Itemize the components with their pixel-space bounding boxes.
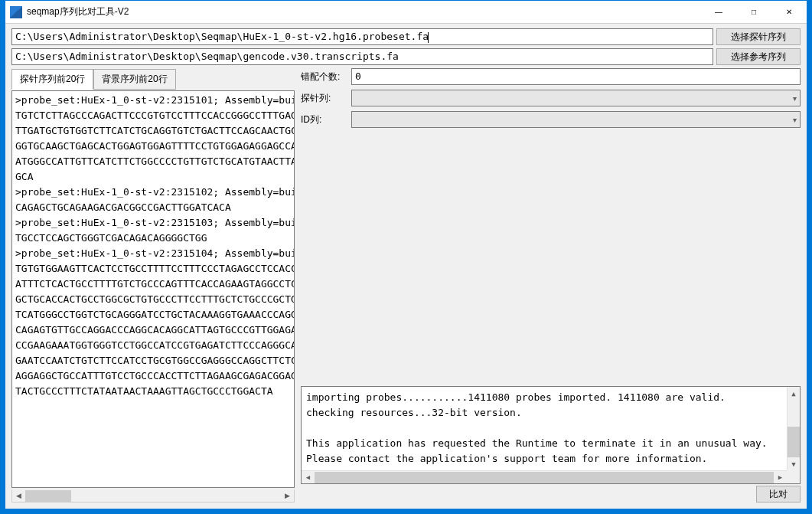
client-area: C:\Users\Administrator\Desktop\Seqmap\Hu… <box>5 24 807 509</box>
scroll-up-icon[interactable]: ▲ <box>788 387 800 400</box>
log-textarea[interactable]: importing probes...........1411080 probe… <box>301 386 801 484</box>
preview-line: CAGAGTGTTGCCAGGACCCAGGCACAGGCATTAGTGCCCG… <box>15 322 294 338</box>
minimize-button[interactable]: — <box>701 1 736 24</box>
app-window: seqmap序列比对工具-V2 — □ ✕ C:\Users\Administr… <box>5 0 807 509</box>
ref-path-input[interactable]: C:\Users\Administrator\Desktop\Seqmap\ge… <box>11 48 713 65</box>
scroll-left-icon[interactable]: ◀ <box>12 490 25 502</box>
chevron-down-icon: ▾ <box>793 116 797 124</box>
scroll-left-icon[interactable]: ◀ <box>302 472 315 483</box>
preview-line: TCATGGGCCTGGTCTGCAGGGATCCTGCTACAAAGGTGAA… <box>15 307 294 322</box>
preview-line: >probe_set:HuEx-1_0-st-v2:2315104; Assem… <box>15 246 294 261</box>
close-button[interactable]: ✕ <box>771 1 807 24</box>
preview-line: >probe_set:HuEx-1_0-st-v2:2315101; Assem… <box>15 93 294 108</box>
preview-line: TACTGCCCTTTCTATAATAACTAAAGTTAGCTGCCCTGGA… <box>15 384 294 399</box>
select-ref-button[interactable]: 选择参考序列 <box>716 48 801 65</box>
vscroll-thumb[interactable] <box>788 427 800 457</box>
log-line: checking resources...32-bit version. <box>306 405 795 421</box>
preview-line: GCA <box>15 169 294 185</box>
app-icon <box>10 6 22 18</box>
preview-line: AGGAGGCTGCCATTTGTCCTGCCCACCTTCTTAGAAGCGA… <box>15 368 294 384</box>
preview-line: GAATCCAATCTGTCTTCCATCCTGCGTGGCCGAGGGCCAG… <box>15 353 294 368</box>
probe-preview-textarea[interactable]: >probe_set:HuEx-1_0-st-v2:2315101; Assem… <box>11 90 295 488</box>
mismatch-input[interactable]: 0 <box>351 68 801 85</box>
titlebar[interactable]: seqmap序列比对工具-V2 — □ ✕ <box>5 1 807 24</box>
preview-line: ATGGGCCATTGTTCATCTTCTGGCCCCTGTTGTCTGCATG… <box>15 154 294 169</box>
tab-bg-20[interactable]: 背景序列前20行 <box>93 69 175 90</box>
select-probe-button[interactable]: 选择探针序列 <box>716 28 801 45</box>
probe-path-input[interactable]: C:\Users\Administrator\Desktop\Seqmap\Hu… <box>11 28 713 45</box>
log-line: Please contact the application's support… <box>306 451 795 467</box>
preview-line: TGTGTGGAAGTTCACTCCTGCCTTTTCCTTTCCCTAGAGC… <box>15 261 294 277</box>
preview-line: TTGATGCTGTGGTCTTCATCTGCAGGTGTCTGACTTCCAG… <box>15 123 294 139</box>
preview-tabs: 探针序列前20行 背景序列前20行 <box>11 68 295 89</box>
hscroll-thumb[interactable] <box>315 472 774 483</box>
log-line <box>306 421 795 436</box>
preview-line: ATTTCTCACTGCCTTTTGTCTGCCCAGTTTCACCAGAAGT… <box>15 277 294 292</box>
maximize-button[interactable]: □ <box>736 1 771 24</box>
preview-line: >probe_set:HuEx-1_0-st-v2:2315103; Assem… <box>15 215 294 231</box>
preview-line: TGCCTCCAGCTGGGTCGACAGACAGGGGCTGG <box>15 231 294 246</box>
preview-line: GGTGCAAGCTGAGCACTGGAGTGGAGTTTTCCTGTGGAGA… <box>15 139 294 154</box>
window-title: seqmap序列比对工具-V2 <box>27 5 701 18</box>
log-line: This application has requested the Runti… <box>306 436 795 451</box>
preview-line: >probe_set:HuEx-1_0-st-v2:2315102; Assem… <box>15 185 294 200</box>
chevron-down-icon: ▾ <box>793 94 797 103</box>
preview-line: CAGAGCTGCAGAAGACGACGGCCGACTTGGATCACA <box>15 200 294 215</box>
probe-column-label: 探针列: <box>301 92 350 105</box>
preview-line: TGTCTCTTAGCCCAGACTTCCCGTGTCCTTTCCACCGGGC… <box>15 108 294 123</box>
log-line: importing probes...........1411080 probe… <box>306 390 795 405</box>
compare-button[interactable]: 比对 <box>756 486 801 503</box>
hscroll-thumb[interactable] <box>25 490 71 502</box>
id-column-label: ID列: <box>301 113 350 126</box>
scroll-right-icon[interactable]: ▶ <box>281 490 294 502</box>
probe-column-combo[interactable]: ▾ <box>351 90 801 106</box>
scroll-down-icon[interactable]: ▼ <box>788 457 800 470</box>
scroll-corner <box>787 470 800 483</box>
preview-line: CCGAAGAAATGGTGGGTCCTGGCCATCCGTGAGATCTTCC… <box>15 338 294 353</box>
mismatch-label: 错配个数: <box>301 70 350 83</box>
scroll-right-icon[interactable]: ▶ <box>774 472 787 483</box>
probe-preview-hscroll[interactable]: ◀ ▶ <box>11 489 295 503</box>
log-hscroll[interactable]: ◀ ▶ <box>302 470 787 483</box>
log-vscroll[interactable]: ▲ ▼ <box>787 387 800 470</box>
id-column-combo[interactable]: ▾ <box>351 111 801 128</box>
tab-probe-20[interactable]: 探针序列前20行 <box>11 69 93 90</box>
preview-line: GCTGCACCACTGCCTGGCGCTGTGCCCTTCCTTTGCTCTG… <box>15 292 294 307</box>
